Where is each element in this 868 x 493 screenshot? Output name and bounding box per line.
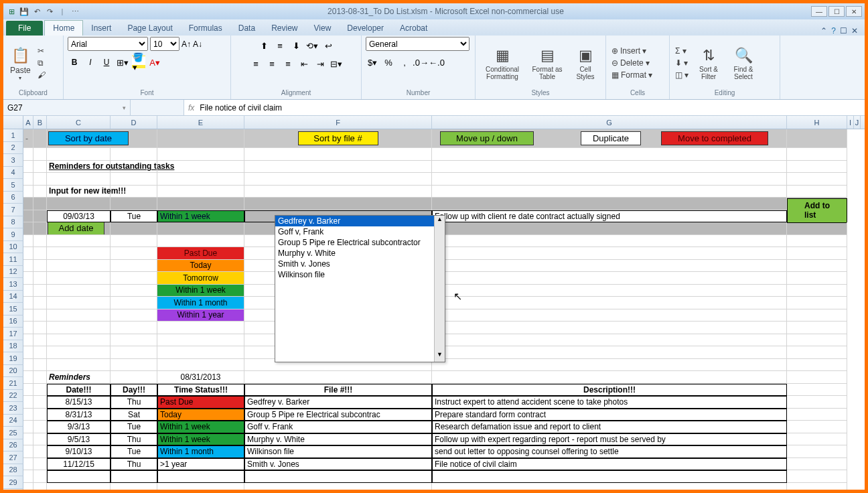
restore-window-icon[interactable]: ☐ bbox=[840, 26, 847, 36]
table-status[interactable]: >1 year bbox=[157, 458, 244, 471]
tab-insert[interactable]: Insert bbox=[83, 21, 119, 36]
fill-button[interactable]: ⬇ ▾ bbox=[674, 58, 690, 68]
new-status-cell[interactable]: Within 1 week bbox=[157, 210, 244, 223]
decrease-decimal-icon[interactable]: ←.0 bbox=[430, 56, 443, 69]
currency-icon[interactable]: $▾ bbox=[366, 56, 379, 69]
increase-indent-icon[interactable]: ⇥ bbox=[313, 57, 327, 70]
align-top-icon[interactable]: ⬆ bbox=[257, 39, 271, 52]
align-center-icon[interactable]: ≡ bbox=[265, 57, 279, 70]
font-color-button[interactable]: A▾ bbox=[148, 56, 161, 69]
redo-icon[interactable]: ↷ bbox=[44, 6, 55, 17]
tab-acrobat[interactable]: Acrobat bbox=[392, 21, 435, 36]
tab-formulas[interactable]: Formulas bbox=[181, 21, 230, 36]
file-dropdown[interactable]: Gedfrey v. BarkerGoff v, FrankGroup 5 Pi… bbox=[275, 215, 445, 362]
duplicate-button[interactable]: Duplicate bbox=[581, 131, 641, 145]
table-day[interactable]: Thu bbox=[111, 396, 157, 409]
increase-decimal-icon[interactable]: .0→ bbox=[414, 56, 427, 69]
table-status[interactable]: Within 1 week bbox=[157, 421, 244, 433]
fill-color-button[interactable]: 🪣▾ bbox=[132, 56, 145, 69]
format-as-table-button[interactable]: ▤Format as Table bbox=[528, 44, 567, 82]
dropdown-item[interactable]: Smith v. Jones bbox=[275, 259, 445, 269]
cell-styles-button[interactable]: ▣Cell Styles bbox=[569, 44, 601, 82]
table-day[interactable]: Thu bbox=[111, 458, 157, 471]
align-bottom-icon[interactable]: ⬇ bbox=[289, 39, 303, 52]
cut-button[interactable]: ✂ bbox=[36, 46, 47, 56]
autosum-button[interactable]: Σ ▾ bbox=[674, 46, 690, 56]
table-file[interactable]: Smith v. Jones bbox=[244, 458, 432, 471]
table-file[interactable]: Murphy v. White bbox=[244, 433, 432, 446]
increase-font-icon[interactable]: A↑ bbox=[182, 40, 191, 49]
tab-layout[interactable]: Page Layout bbox=[119, 21, 180, 36]
table-desc[interactable]: Research defamation issue and report to … bbox=[432, 421, 787, 433]
table-day[interactable]: Thu bbox=[111, 433, 157, 446]
save-icon[interactable]: 💾 bbox=[19, 6, 29, 17]
table-date[interactable]: 9/3/13 bbox=[47, 421, 111, 433]
table-status[interactable]: Within 1 month bbox=[157, 445, 244, 458]
table-desc[interactable]: File notice of civil claim bbox=[432, 458, 787, 471]
find-select-button[interactable]: 🔍Find & Select bbox=[727, 44, 760, 82]
merge-button[interactable]: ⊟▾ bbox=[330, 57, 343, 70]
add-date-button[interactable]: Add date bbox=[48, 222, 104, 235]
font-name-select[interactable]: Arial bbox=[68, 37, 148, 51]
table-status[interactable]: Past Due bbox=[157, 396, 244, 409]
table-date[interactable]: 9/5/13 bbox=[47, 433, 111, 446]
dropdown-item[interactable]: Gedfrey v. Barker bbox=[275, 216, 445, 226]
sort-filter-button[interactable]: ⇅Sort & Filter bbox=[693, 44, 725, 82]
tab-home[interactable]: Home bbox=[44, 20, 83, 36]
wrap-text-button[interactable]: ↩ bbox=[321, 39, 335, 52]
align-left-icon[interactable]: ≡ bbox=[249, 57, 263, 70]
dropdown-scrollbar[interactable]: ▲ ▼ bbox=[434, 216, 445, 362]
paste-button[interactable]: 📋Paste▾ bbox=[7, 44, 33, 82]
align-right-icon[interactable]: ≡ bbox=[281, 57, 295, 70]
table-file[interactable]: Wilkinson file bbox=[244, 445, 432, 458]
table-status[interactable]: Today bbox=[157, 409, 244, 421]
tab-file[interactable]: File bbox=[6, 21, 43, 36]
format-painter-button[interactable]: 🖌 bbox=[36, 70, 47, 80]
format-cells-button[interactable]: ▦Format ▾ bbox=[610, 70, 654, 80]
comma-icon[interactable]: , bbox=[398, 56, 411, 69]
table-file[interactable]: Group 5 Pipe re Electrical subcontrac bbox=[244, 409, 432, 421]
help-icon[interactable]: ? bbox=[831, 26, 836, 36]
table-file[interactable]: Goff v. Frank bbox=[244, 421, 432, 433]
copy-button[interactable]: ⧉ bbox=[36, 58, 47, 68]
clear-button[interactable]: ◫ ▾ bbox=[674, 70, 690, 80]
add-to-list-button[interactable]: Add tolist bbox=[787, 198, 847, 223]
table-date[interactable]: 11/12/15 bbox=[47, 458, 111, 471]
number-format-select[interactable]: General bbox=[366, 37, 469, 51]
move-up-down-button[interactable]: Move up / down bbox=[440, 131, 534, 145]
conditional-formatting-button[interactable]: ▦Conditional Formatting bbox=[480, 44, 525, 82]
select-all-corner[interactable] bbox=[3, 116, 23, 129]
new-day-cell[interactable]: Tue bbox=[111, 210, 157, 223]
tab-view[interactable]: View bbox=[306, 21, 340, 36]
border-button[interactable]: ⊞▾ bbox=[116, 56, 129, 69]
align-middle-icon[interactable]: ≡ bbox=[273, 39, 287, 52]
sort-by-file-button[interactable]: Sort by file # bbox=[298, 131, 378, 145]
table-desc[interactable]: send out letter to opposing counsel offe… bbox=[432, 445, 787, 458]
table-date[interactable]: 8/31/13 bbox=[47, 409, 111, 421]
table-date[interactable]: 8/15/13 bbox=[47, 396, 111, 409]
maximize-button[interactable]: ☐ bbox=[828, 6, 845, 17]
minimize-button[interactable]: — bbox=[811, 6, 827, 17]
tab-review[interactable]: Review bbox=[263, 21, 305, 36]
table-day[interactable]: Tue bbox=[111, 445, 157, 458]
table-status[interactable]: Within 1 week bbox=[157, 433, 244, 446]
table-file[interactable]: Gedfrey v. Barker bbox=[244, 396, 432, 409]
formula-bar[interactable] bbox=[200, 103, 861, 113]
sort-by-date-button[interactable]: Sort by date bbox=[48, 131, 129, 145]
decrease-font-icon[interactable]: A↓ bbox=[193, 40, 202, 49]
italic-button[interactable]: I bbox=[84, 56, 97, 69]
move-to-completed-button[interactable]: Move to completed bbox=[661, 131, 768, 145]
delete-cells-button[interactable]: ⊖Delete ▾ bbox=[610, 58, 654, 68]
percent-icon[interactable]: % bbox=[382, 56, 395, 69]
insert-cells-button[interactable]: ⊕Insert ▾ bbox=[610, 46, 654, 56]
decrease-indent-icon[interactable]: ⇤ bbox=[297, 57, 311, 70]
tab-data[interactable]: Data bbox=[230, 21, 263, 36]
orientation-icon[interactable]: ⟲▾ bbox=[305, 39, 319, 52]
dropdown-item[interactable]: Goff v, Frank bbox=[275, 226, 445, 237]
undo-icon[interactable]: ↶ bbox=[31, 6, 42, 17]
new-date-cell[interactable]: 09/03/13 bbox=[47, 210, 111, 223]
table-day[interactable]: Sat bbox=[111, 409, 157, 421]
close-workbook-icon[interactable]: ✕ bbox=[851, 26, 858, 36]
qat-more-icon[interactable]: ⋯ bbox=[70, 6, 80, 17]
dropdown-item[interactable]: Murphy v. White bbox=[275, 248, 445, 259]
